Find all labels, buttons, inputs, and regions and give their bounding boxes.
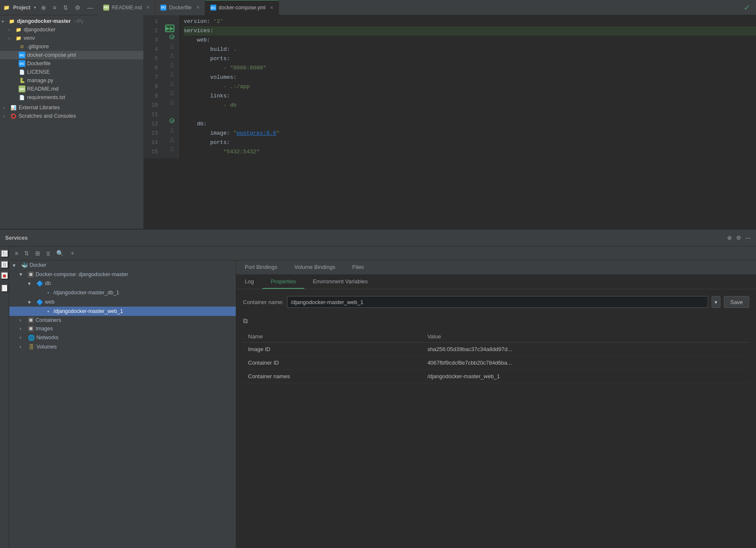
code-line-1: version: '2': [184, 17, 756, 26]
requirements-icon: 📄: [19, 94, 25, 101]
gc-11: [165, 107, 178, 116]
collapse-all-svc-btn[interactable]: ≡: [13, 249, 20, 258]
tab-volume-bindings[interactable]: Volume Bindings: [286, 260, 344, 274]
code-line-14: ports:: [184, 138, 756, 147]
services-expand-icon[interactable]: ⊕: [727, 235, 732, 241]
scratches-label: Scratches and Consoles: [19, 113, 76, 119]
svc-docker-root[interactable]: ▾ 🐳 Docker: [9, 260, 236, 270]
sort-icon[interactable]: ⇅: [61, 3, 70, 12]
add-icon[interactable]: ⊕: [39, 3, 48, 12]
project-dropdown-icon[interactable]: ▾: [34, 5, 36, 10]
tree-item-requirements[interactable]: 📄 requirements.txt: [0, 93, 143, 102]
services-settings-icon[interactable]: ⚙: [736, 235, 741, 241]
tab-docker-compose[interactable]: DC docker-compose.yml ✕: [205, 0, 279, 15]
ln-3: 3: [144, 36, 161, 45]
dockerfile-file-label: Dockerfile: [27, 61, 51, 66]
ln-12: 12: [144, 119, 161, 129]
container-name-save-btn[interactable]: Save: [724, 296, 749, 308]
minimize-icon[interactable]: —: [86, 3, 95, 12]
search-svc-btn[interactable]: 🔍: [54, 249, 66, 258]
docker-root-label: Docker: [30, 262, 47, 268]
stop-btn[interactable]: ■: [1, 272, 8, 280]
tree-item-docker-compose[interactable]: DC docker-compose.yml: [0, 51, 143, 59]
web-container-label: /djangodocker-master_web_1: [53, 308, 123, 314]
svc-compose-root[interactable]: ▾ ⊞ Docker-compose: djangodocker-master: [9, 270, 236, 279]
docker-compose-tab-close[interactable]: ✕: [270, 5, 273, 11]
collapse-all-icon[interactable]: ≡: [51, 3, 58, 12]
settings-icon[interactable]: ⚙: [73, 3, 82, 12]
copy-icon[interactable]: ⧉: [243, 317, 248, 325]
row-container-names-name: Container names: [243, 370, 422, 383]
svc-web[interactable]: ▾ 🔷 web: [9, 297, 236, 307]
code-editor[interactable]: 1 2 3 4 5 6 7 8 9 10 11 12 13 14 15: [144, 15, 756, 229]
gc-3[interactable]: [165, 32, 178, 42]
tree-item-manage-py[interactable]: 🐍 manage.py: [0, 76, 143, 85]
tree-item-dockerfile[interactable]: DC Dockerfile: [0, 59, 143, 68]
container-name-dropdown[interactable]: ▾: [712, 296, 720, 308]
tree-item-djangodocker[interactable]: › 📁 djangodocker: [0, 25, 143, 34]
root-suffix: ~/Py: [74, 19, 83, 24]
tree-item-license[interactable]: 📄 LICENSE: [0, 68, 143, 76]
refresh-btn[interactable]: ↻: [1, 250, 8, 257]
requirements-label: requirements.txt: [27, 94, 65, 100]
gc-7: [165, 69, 178, 79]
db-arrow: ▾: [28, 280, 35, 287]
svc-containers[interactable]: › ⊞ Containers: [9, 316, 236, 324]
pause-btn[interactable]: ⏸: [1, 261, 8, 268]
networks-label: Networks: [36, 335, 58, 340]
subtab-env-vars[interactable]: Environment Variables: [304, 275, 376, 289]
tree-item-root[interactable]: ▾ 📁 djangodocker-master ~/Py: [0, 17, 143, 25]
svc-db-container[interactable]: ▪ /djangodocker-master_db_1: [9, 288, 236, 297]
code-line-8: - .:/app: [184, 82, 756, 91]
subtab-log[interactable]: Log: [236, 275, 262, 289]
web-container-icon: ▪: [45, 308, 52, 315]
subtab-properties[interactable]: Properties: [262, 275, 304, 289]
gc-2[interactable]: ▶▶: [165, 25, 174, 32]
tab-dockerfile[interactable]: DC Dockerfile ✕: [155, 0, 205, 15]
tab-port-bindings[interactable]: Port Bindings: [236, 260, 286, 274]
manage-py-icon: 🐍: [19, 77, 25, 84]
tree-item-external-libs[interactable]: › 📊 External Libraries: [0, 103, 143, 112]
svg-point-0: [170, 35, 174, 39]
svg-marker-7: [170, 100, 174, 104]
tab-readme[interactable]: MD README.md ✕: [98, 0, 155, 15]
gc-10: [165, 97, 178, 107]
tab-files[interactable]: Files: [344, 260, 372, 274]
tree-item-readme-md[interactable]: MD README.md: [0, 85, 143, 93]
filter-btn[interactable]: ⧖: [44, 249, 52, 258]
project-label: 📁: [3, 5, 10, 11]
gc-1: [165, 15, 178, 25]
code-content[interactable]: version: '2' services: web: build: . por…: [179, 15, 756, 158]
gc-14: [165, 135, 178, 144]
services-content-split: ▾ 🐳 Docker ▾ ⊞ Docker-compose: djangodoc…: [9, 260, 756, 548]
docker-compose-label: docker-compose.yml: [27, 52, 76, 58]
tree-item-venv[interactable]: › 📁 venv: [0, 34, 143, 42]
code-line-15: "5432:5432": [184, 147, 756, 157]
code-line-6: - "8000:8000": [184, 64, 756, 73]
scratches-arrow: ›: [3, 114, 8, 119]
svc-images[interactable]: › ⊞ Images: [9, 324, 236, 333]
expand-all-svc-btn[interactable]: ⇅: [22, 249, 31, 258]
services-split: ≡ ⇅ ⊞ ⧖ 🔍 ＋ ▾ 🐳 Docker: [9, 246, 756, 548]
svc-web-container[interactable]: ▪ /djangodocker-master_web_1: [9, 307, 236, 316]
code-gutter: ▶▶: [165, 15, 179, 158]
add-svc-btn[interactable]: ＋: [67, 248, 77, 258]
djangodocker-arrow: ›: [8, 28, 14, 32]
dockerfile-tab-close[interactable]: ✕: [196, 5, 200, 10]
tree-item-gitignore[interactable]: ⚙ .gitignore: [0, 42, 143, 51]
readme-tab-close[interactable]: ✕: [146, 5, 150, 10]
svc-volumes[interactable]: › 🗄 Volumes: [9, 342, 236, 351]
tree-item-scratches[interactable]: › ⭕ Scratches and Consoles: [0, 112, 143, 120]
row-image-id-name: Image ID: [243, 343, 422, 356]
code-line-11: [184, 110, 756, 119]
root-label: djangodocker-master: [17, 18, 71, 24]
svc-db[interactable]: ▾ 🔷 db: [9, 279, 236, 288]
networks-arrow: ›: [19, 335, 26, 340]
group-btn[interactable]: ⊞: [33, 249, 42, 258]
container-name-input[interactable]: [287, 296, 708, 308]
svc-networks[interactable]: › 🌐 Networks: [9, 333, 236, 342]
volumes-arrow: ›: [19, 344, 26, 350]
services-minimize-icon[interactable]: —: [745, 235, 751, 241]
gc-12[interactable]: [165, 116, 178, 125]
gc-15: [165, 144, 178, 153]
